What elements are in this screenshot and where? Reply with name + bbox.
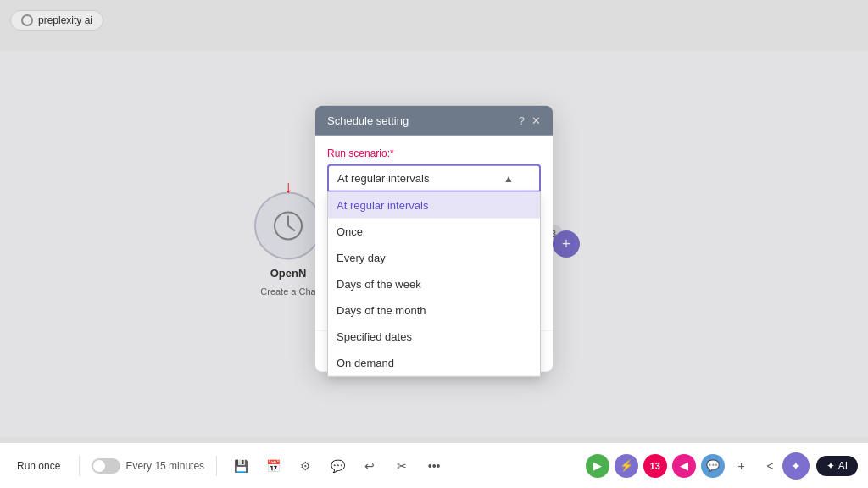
ai-icon-button[interactable]: ✦: [782, 452, 810, 480]
modal-header-actions: ? ✕: [519, 114, 541, 127]
modal-close-button[interactable]: ✕: [531, 114, 541, 127]
add-icon[interactable]: +: [730, 454, 754, 478]
toolbar-separator-2: [216, 456, 217, 476]
count-badge[interactable]: 13: [643, 454, 667, 478]
more-icon[interactable]: •••: [422, 454, 446, 478]
bottom-toolbar: Run once Every 15 minutes 💾 📅 ⚙ 💬 ↩ ✂ ••…: [0, 442, 868, 488]
schedule-setting-modal: Schedule setting ? ✕ Run scenario:* At r…: [315, 106, 553, 372]
run-button[interactable]: ▶: [586, 454, 609, 478]
run-scenario-select[interactable]: At regular intervals ▲: [327, 164, 541, 192]
dropdown-item-days-of-month[interactable]: Days of the month: [328, 297, 540, 324]
lightning-button[interactable]: ⚡: [615, 454, 638, 478]
save-icon[interactable]: 💾: [229, 454, 253, 478]
ai-icon: ✦: [826, 460, 835, 472]
chevron-up-icon: ▲: [504, 172, 514, 184]
collapse-icon[interactable]: <: [759, 454, 782, 478]
run-once-button[interactable]: Run once: [10, 457, 67, 475]
chat-icon[interactable]: 💬: [326, 454, 349, 478]
run-scenario-select-container: At regular intervals ▲ At regular interv…: [327, 164, 541, 192]
settings-icon[interactable]: ⚙: [293, 454, 317, 478]
run-once-label: Run once: [17, 460, 60, 472]
interval-toggle-knob: [93, 460, 105, 472]
dropdown-item-days-of-week[interactable]: Days of the week: [328, 271, 540, 297]
interval-toggle: Every 15 minutes: [92, 458, 204, 474]
dropdown-item-every-day[interactable]: Every day: [328, 245, 540, 271]
modal-overlay: Schedule setting ? ✕ Run scenario:* At r…: [0, 0, 868, 488]
back-button[interactable]: ◀: [672, 454, 696, 478]
selected-option-label: At regular intervals: [337, 172, 429, 185]
dropdown-item-specified-dates[interactable]: Specified dates: [328, 324, 540, 350]
modal-body: Run scenario:* At regular intervals ▲ At…: [315, 136, 553, 330]
run-scenario-label: Run scenario:*: [327, 147, 541, 159]
dropdown-list: At regular intervals Once Every day Days…: [327, 192, 541, 377]
ai-text: AI: [838, 460, 848, 472]
cut-icon[interactable]: ✂: [390, 454, 414, 478]
interval-label: Every 15 minutes: [125, 460, 204, 472]
dropdown-item-regular-intervals[interactable]: At regular intervals: [328, 192, 540, 219]
calendar-icon[interactable]: 📅: [261, 454, 285, 478]
toolbar-separator-1: [79, 456, 80, 476]
toolbar-right: ✦ ✦ AI: [782, 452, 858, 480]
interval-toggle-switch[interactable]: [92, 458, 120, 474]
toolbar-left: Run once Every 15 minutes 💾 📅 ⚙ 💬 ↩ ✂ ••…: [10, 454, 586, 478]
dropdown-item-once[interactable]: Once: [328, 219, 540, 245]
discord-button[interactable]: 💬: [701, 454, 725, 478]
toolbar-center: ▶ ⚡ 13 ◀ 💬 + <: [586, 454, 782, 478]
dropdown-item-on-demand[interactable]: On demand: [328, 350, 540, 376]
modal-help-button[interactable]: ?: [519, 114, 525, 127]
ai-label-button[interactable]: ✦ AI: [816, 456, 858, 476]
undo-icon[interactable]: ↩: [358, 454, 381, 478]
modal-title: Schedule setting: [327, 114, 409, 127]
modal-header: Schedule setting ? ✕: [315, 106, 553, 136]
